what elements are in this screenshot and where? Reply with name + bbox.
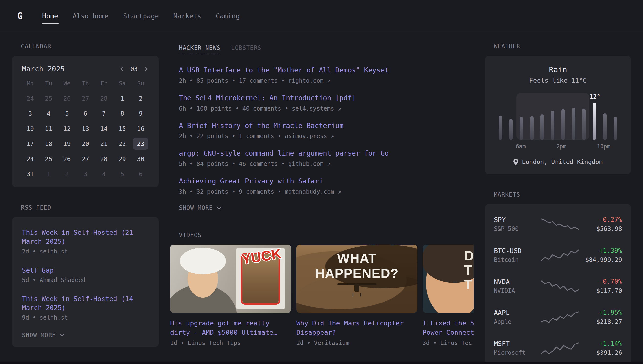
weather-bar [540,114,544,140]
calendar-day: 2 [58,167,76,181]
rss-item-title[interactable]: Self Gap [22,266,149,275]
calendar-day: 28 [95,92,113,105]
market-name: Apple [494,318,539,325]
calendar-day: 31 [21,167,39,181]
rss-item-title[interactable]: This Week in Self-Hosted (14 March 2025) [22,294,149,312]
sparkline-chart [539,217,581,232]
calendar-controls: 03 [119,66,149,72]
calendar-day: 11 [39,122,58,136]
weather-bar [572,108,575,140]
calendar-day: 29 [113,152,131,166]
video-card[interactable]: WHAT HAPPENED?Why Did The Mars Helicopte… [296,245,417,346]
calendar-day: 28 [95,152,113,166]
market-quote-block: -0.27%$563.98 [581,216,622,232]
video-card[interactable]: DO T TI Fixed the 5Power Connect3d • Lin… [423,245,474,346]
story-title[interactable]: A USB Interface to the "Mother of All De… [179,66,474,75]
market-name: S&P 500 [494,226,539,232]
market-name: Bitcoin [494,256,539,263]
market-symbol-block: AAPLApple [494,309,539,325]
sparkline-chart [539,279,581,294]
calendar-day: 6 [132,167,150,181]
nav-tab-gaming[interactable]: Gaming [215,9,240,23]
calendar-day: 21 [95,137,113,150]
market-row-spy[interactable]: SPYS&P 500-0.27%$563.98 [494,208,622,240]
story-source-link[interactable]: matanabudy.com ↗ [285,188,341,195]
market-price: $563.98 [581,225,622,232]
news-show-more-button[interactable]: SHOW MORE [179,204,474,211]
news-story: argp: GNU-style command line argument pa… [179,149,474,167]
market-name: Microsoft [494,349,539,356]
video-title[interactable]: Why Did The Mars HelicopterDisappear? [296,318,417,337]
calendar-selected-day: 23 [133,138,148,150]
market-row-aapl[interactable]: AAPLApple+1.95%$218.27 [494,302,622,332]
rss-item-title[interactable]: This Week in Self-Hosted (21 March 2025) [22,228,149,246]
market-row-nvda[interactable]: NVDANVIDIA-0.70%$117.70 [494,270,622,302]
top-nav: G HomeAlso homeStartpageMarketsGaming [0,0,643,32]
calendar-day: 15 [113,122,131,136]
weather-hour-label [495,143,505,150]
market-ticker: SPY [494,216,539,224]
rss-show-more-button[interactable]: SHOW MORE [22,332,149,339]
news-tab-hacker-news[interactable]: HACKER NEWS [179,44,220,54]
video-title-line: dirty - AMD $5000 Ultimate… [170,328,291,337]
video-thumbnail[interactable]: DO T T [423,245,474,313]
video-thumbnail[interactable]: WHAT HAPPENED? [296,245,417,313]
market-symbol-block: MSFTMicrosoft [494,340,539,356]
story-source-link[interactable]: righto.com ↗ [288,77,331,84]
nav-tab-also-home[interactable]: Also home [72,9,109,23]
video-title[interactable]: His upgrade got me reallydirty - AMD $50… [170,318,291,337]
weather-hour-label [505,143,516,150]
market-sparkline [539,341,581,356]
weather-bar [509,119,513,140]
nav-tab-markets[interactable]: Markets [173,9,202,23]
video-card[interactable]: YUCKHis upgrade got me reallydirty - AMD… [170,245,291,346]
weather-temperature-chart: 12° [495,96,620,140]
story-title[interactable]: A Brief History of the Miracle Bacterium [179,121,474,130]
weather-bar-slot [610,96,620,140]
market-change: +1.95% [581,309,622,316]
weather-feels-like: Feels like 11°C [495,77,621,84]
rss-card: This Week in Self-Hosted (21 March 2025)… [12,217,159,347]
weather-hour-label: 10pm [597,143,610,150]
calendar-card: March 2025 03 MoTuWeThFrSaSu242526272812… [12,56,159,187]
nav-tab-startpage[interactable]: Startpage [123,9,159,23]
market-quote-block: +1.14%$391.26 [581,340,622,356]
story-source-link[interactable]: sel4.systems ↗ [292,105,341,112]
market-ticker: AAPL [494,309,539,316]
calendar-day: 25 [39,92,58,105]
app-logo[interactable]: G [14,8,26,24]
calendar-day: 27 [76,92,95,105]
story-title[interactable]: The SeL4 Microkernel: An Introduction [p… [179,94,474,103]
left-column: CALENDAR March 2025 03 [12,43,159,364]
market-sparkline [539,248,581,262]
video-thumbnail[interactable]: YUCK [170,245,291,313]
calendar-weekday: Fr [95,78,113,90]
market-row-btc-usd[interactable]: BTC-USDBitcoin+1.39%$84,999.29 [494,240,622,270]
weather-hour-label [546,143,556,150]
story-source-link[interactable]: asimov.press ↗ [285,133,334,140]
news-tab-lobsters[interactable]: LOBSTERS [231,44,261,54]
calendar-prev-icon[interactable] [119,66,125,72]
market-symbol-block: NVDANVIDIA [494,278,539,294]
nav-tab-home[interactable]: Home [42,9,59,23]
calendar-grid: MoTuWeThFrSaSu24252627281234567891011121… [21,78,150,181]
calendar-day: 24 [21,92,39,105]
calendar-day: 4 [95,167,113,181]
story-title[interactable]: Achieving Great Privacy with Safari [179,177,474,186]
calendar-day: 4 [39,106,58,120]
story-source-link[interactable]: github.com ↗ [288,160,331,167]
weather-widget: WEATHER Rain Feels like 11°C 12° 6am2pm1… [485,43,631,174]
sparkline-chart [539,341,581,356]
calendar-day: 1 [113,92,131,105]
rss-list: This Week in Self-Hosted (21 March 2025)… [22,228,149,321]
video-title[interactable]: I Fixed the 5Power Connect [423,318,474,337]
calendar-next-icon[interactable] [144,66,149,72]
video-title-line: Power Connect [423,328,474,337]
calendar-weekday: Su [132,78,150,90]
glance-dashboard: G HomeAlso homeStartpageMarketsGaming CA… [0,0,643,364]
story-title[interactable]: argp: GNU-style command line argument pa… [179,149,474,158]
market-row-msft[interactable]: MSFTMicrosoft+1.14%$391.26 [494,332,622,364]
calendar-day: 17 [21,137,39,150]
window-bottom-edge [0,362,643,364]
thumbnail-overlay-text: YUCK [240,245,282,268]
